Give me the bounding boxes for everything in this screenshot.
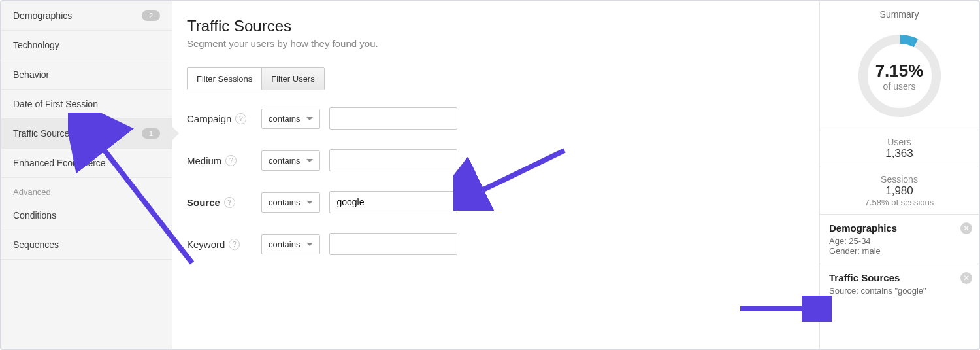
campaign-input[interactable] [329,107,457,130]
clear-icon[interactable]: ✕ [466,196,478,208]
row-keyword: Keyword ? contains [187,233,805,255]
sidebar: Demographics 2 Technology Behavior Date … [1,1,172,349]
help-icon[interactable]: ? [229,239,240,250]
sidebar-badge: 1 [142,128,160,139]
donut-label: of users [883,81,916,92]
keyword-input[interactable] [329,233,457,255]
sidebar-item-demographics[interactable]: Demographics 2 [1,1,172,31]
filter-sessions-button[interactable]: Filter Sessions [188,68,261,90]
help-icon[interactable]: ? [225,155,237,166]
row-label-medium: Medium ? [187,155,252,166]
row-label-campaign: Campaign ? [187,113,252,124]
medium-operator-dropdown[interactable]: contains [261,150,320,171]
filter-toggle: Filter Sessions Filter Users [187,67,325,90]
sidebar-item-date-first-session[interactable]: Date of First Session [1,90,172,119]
sidebar-item-technology[interactable]: Technology [1,31,172,60]
applied-demographics[interactable]: ✕ Demographics Age: 25-34 Gender: male [820,214,979,264]
summary-donut: 7.15% of users [820,24,979,130]
applied-traffic-sources[interactable]: ✕ Traffic Sources Source: contains "goog… [820,264,979,304]
sidebar-item-label: Enhanced Ecommerce [13,158,106,168]
remove-filter-icon[interactable]: ✕ [960,272,972,284]
row-medium: Medium ? contains [187,149,805,171]
remove-filter-icon[interactable]: ✕ [960,222,972,234]
page-subtitle: Segment your users by how they found you… [187,38,805,49]
sidebar-badge: 2 [142,10,160,21]
keyword-operator-dropdown[interactable]: contains [261,234,320,254]
sidebar-item-label: Date of First Session [13,99,98,109]
sidebar-item-label: Traffic Sources [13,128,74,139]
summary-panel: Summary 7.15% of users Users 1,363 Sessi… [819,1,979,349]
summary-title: Summary [820,1,979,24]
filter-users-button[interactable]: Filter Users [261,68,323,90]
sidebar-item-behavior[interactable]: Behavior [1,60,172,90]
row-campaign: Campaign ? contains [187,107,805,130]
row-label-keyword: Keyword ? [187,239,252,250]
row-source: Source ? contains ✕ [187,191,805,213]
source-operator-dropdown[interactable]: contains [261,192,320,213]
chevron-down-icon [306,117,313,120]
sidebar-section-advanced: Advanced [1,178,172,201]
summary-users: Users 1,363 [820,130,979,167]
sidebar-item-label: Demographics [13,10,72,21]
sidebar-item-conditions[interactable]: Conditions [1,201,172,230]
summary-sessions: Sessions 1,980 7.58% of sessions [820,167,979,214]
sidebar-item-enhanced-ecommerce[interactable]: Enhanced Ecommerce [1,149,172,178]
sidebar-item-label: Conditions [13,210,56,220]
row-label-source: Source ? [187,197,252,208]
help-icon[interactable]: ? [224,197,235,208]
sidebar-item-traffic-sources[interactable]: Traffic Sources 1 [1,119,172,149]
sidebar-item-label: Technology [13,40,59,50]
donut-percent: 7.15% [875,61,924,81]
medium-input[interactable] [329,149,457,171]
campaign-operator-dropdown[interactable]: contains [261,109,320,129]
main-panel: Traffic Sources Segment your users by ho… [172,1,819,349]
chevron-down-icon [306,159,313,162]
sidebar-item-label: Sequences [13,239,59,250]
chevron-down-icon [306,243,313,246]
sidebar-item-label: Behavior [13,69,49,80]
chevron-down-icon [306,201,313,204]
page-title: Traffic Sources [187,17,805,35]
help-icon[interactable]: ? [235,113,246,124]
source-input[interactable] [329,191,457,213]
sidebar-item-sequences[interactable]: Sequences [1,230,172,260]
